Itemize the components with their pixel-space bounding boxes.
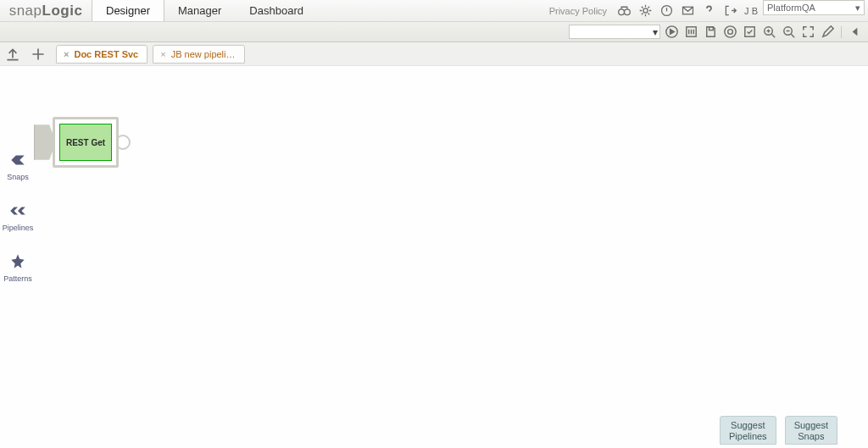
tab-label: Doc REST Svc <box>74 49 138 59</box>
sidebar-pipelines[interactable]: Pipelines <box>3 202 34 232</box>
save-icon[interactable] <box>703 24 719 40</box>
org-select-value: PlatformQA <box>767 3 815 13</box>
pipelines-icon <box>8 202 27 220</box>
chevron-down-icon: ▾ <box>855 3 860 14</box>
checklist-icon[interactable] <box>742 24 758 40</box>
menu-designer[interactable]: Designer <box>92 0 164 21</box>
snap-body[interactable]: REST Get <box>53 117 119 168</box>
user-initials: J B <box>743 0 760 21</box>
sidebar-label: Snaps <box>7 173 29 181</box>
logo: snapLogic <box>0 0 92 21</box>
privacy-policy-link[interactable]: Privacy Policy <box>544 0 612 21</box>
tab-label: JB new pipeli… <box>171 49 236 59</box>
fit-icon[interactable] <box>800 24 816 40</box>
edit-icon[interactable] <box>820 24 836 40</box>
close-icon[interactable]: × <box>160 49 165 59</box>
sidebar-label: Pipelines <box>3 224 34 232</box>
menu-dashboard[interactable]: Dashboard <box>236 0 318 21</box>
close-icon[interactable]: × <box>64 49 69 59</box>
canvas[interactable]: Snaps Pipelines Patterns REST Get Sugges… <box>0 66 868 448</box>
logo-plain: snap <box>9 3 42 19</box>
suggest-pipelines-button[interactable]: Suggest Pipelines <box>720 416 776 445</box>
zoom-out-icon[interactable] <box>781 24 797 40</box>
quick-search[interactable]: ▾ <box>569 25 660 39</box>
pipeline-tab-0[interactable]: × Doc REST Svc <box>56 45 147 64</box>
zoom-in-icon[interactable] <box>761 24 777 40</box>
pipeline-tab-1[interactable]: × JB new pipeli… <box>153 45 244 64</box>
toolbar-sep <box>841 26 842 38</box>
snap-node-rest-get[interactable]: REST Get <box>34 117 131 168</box>
sidebar-patterns[interactable]: Patterns <box>3 252 32 283</box>
svg-point-9 <box>725 26 736 37</box>
play-icon[interactable] <box>664 24 680 40</box>
logout-icon[interactable] <box>723 3 737 18</box>
sidebar-snaps[interactable]: Snaps <box>7 151 29 181</box>
chevron-down-icon: ▾ <box>653 26 658 38</box>
org-select[interactable]: PlatformQA ▾ <box>763 0 865 15</box>
patterns-icon <box>8 252 27 271</box>
svg-point-1 <box>625 9 631 15</box>
logo-bold: Logic <box>42 3 83 19</box>
help-icon[interactable] <box>702 3 716 18</box>
snap-label: REST Get <box>66 138 105 147</box>
svg-point-8 <box>728 30 733 35</box>
gear-icon[interactable] <box>638 3 653 18</box>
settings-gear-icon[interactable] <box>722 24 738 40</box>
mail-icon[interactable] <box>681 3 695 18</box>
svg-point-2 <box>643 8 648 13</box>
binary-icon[interactable] <box>683 24 699 40</box>
add-tab-icon[interactable] <box>29 45 47 64</box>
secondary-toolbar: ▾ <box>0 22 868 42</box>
svg-point-0 <box>619 9 625 15</box>
menu-manager[interactable]: Manager <box>164 0 236 21</box>
alert-icon[interactable] <box>659 3 674 18</box>
collapse-icon[interactable] <box>847 24 863 40</box>
snaps-icon <box>8 151 27 169</box>
suggest-snaps-button[interactable]: Suggest Snaps <box>785 416 837 445</box>
sidebar-label: Patterns <box>3 274 32 283</box>
binoculars-icon[interactable] <box>617 3 632 18</box>
svg-rect-7 <box>709 27 714 30</box>
upload-icon[interactable] <box>3 45 22 64</box>
